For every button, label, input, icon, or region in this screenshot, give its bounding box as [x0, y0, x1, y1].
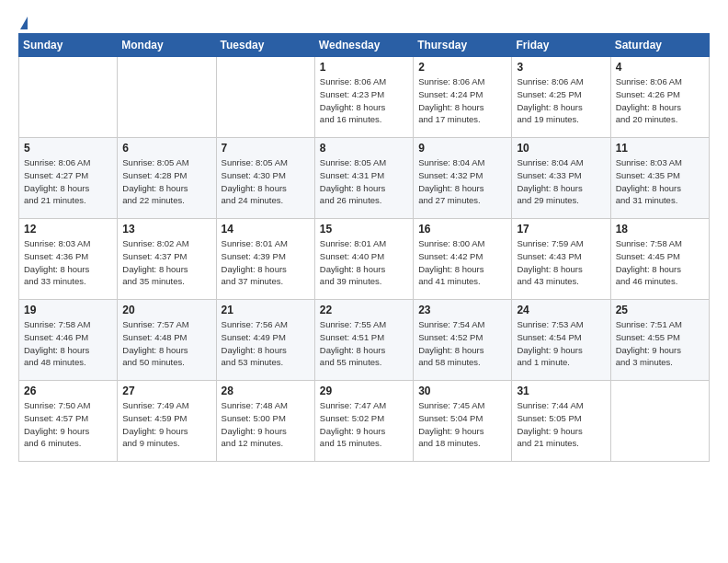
day-info: Sunrise: 7:58 AM Sunset: 4:46 PM Dayligh… [24, 318, 112, 369]
day-number: 6 [122, 142, 210, 155]
day-number: 31 [517, 385, 605, 397]
day-number: 8 [320, 142, 408, 155]
day-info: Sunrise: 8:05 AM Sunset: 4:31 PM Dayligh… [320, 156, 408, 207]
calendar-cell: 5Sunrise: 8:06 AM Sunset: 4:27 PM Daylig… [19, 138, 118, 219]
calendar-cell: 29Sunrise: 7:47 AM Sunset: 5:02 PM Dayli… [314, 381, 413, 462]
calendar-cell: 23Sunrise: 7:54 AM Sunset: 4:52 PM Dayli… [414, 300, 512, 381]
day-header-monday: Monday [118, 34, 216, 57]
day-number: 25 [616, 304, 704, 316]
calendar-cell: 27Sunrise: 7:49 AM Sunset: 4:59 PM Dayli… [118, 381, 216, 462]
calendar-cell: 24Sunrise: 7:53 AM Sunset: 4:54 PM Dayli… [512, 300, 610, 381]
calendar-cell: 28Sunrise: 7:48 AM Sunset: 5:00 PM Dayli… [216, 381, 314, 462]
calendar-cell: 3Sunrise: 8:06 AM Sunset: 4:25 PM Daylig… [512, 57, 610, 138]
day-header-wednesday: Wednesday [314, 34, 413, 57]
day-info: Sunrise: 8:06 AM Sunset: 4:26 PM Dayligh… [616, 75, 704, 126]
calendar-week-row: 1Sunrise: 8:06 AM Sunset: 4:23 PM Daylig… [19, 57, 710, 138]
day-info: Sunrise: 7:49 AM Sunset: 4:59 PM Dayligh… [122, 399, 210, 450]
day-number: 5 [24, 142, 112, 155]
calendar-cell: 6Sunrise: 8:05 AM Sunset: 4:28 PM Daylig… [118, 138, 216, 219]
day-number: 23 [418, 304, 506, 316]
day-number: 28 [222, 385, 310, 397]
page: SundayMondayTuesdayWednesdayThursdayFrid… [0, 0, 728, 563]
calendar-cell: 31Sunrise: 7:44 AM Sunset: 5:05 PM Dayli… [512, 381, 610, 462]
day-info: Sunrise: 8:05 AM Sunset: 4:30 PM Dayligh… [222, 156, 310, 207]
day-number: 3 [517, 61, 605, 74]
day-header-sunday: Sunday [19, 34, 118, 57]
calendar-cell: 12Sunrise: 8:03 AM Sunset: 4:36 PM Dayli… [19, 219, 118, 300]
day-number: 10 [517, 142, 605, 155]
calendar-cell: 22Sunrise: 7:55 AM Sunset: 4:51 PM Dayli… [314, 300, 413, 381]
day-number: 26 [24, 385, 112, 397]
calendar-cell: 18Sunrise: 7:58 AM Sunset: 4:45 PM Dayli… [610, 219, 709, 300]
day-number: 19 [24, 304, 112, 316]
calendar-cell: 15Sunrise: 8:01 AM Sunset: 4:40 PM Dayli… [314, 219, 413, 300]
calendar-cell [610, 381, 709, 462]
day-info: Sunrise: 7:56 AM Sunset: 4:49 PM Dayligh… [222, 318, 310, 369]
calendar-cell: 21Sunrise: 7:56 AM Sunset: 4:49 PM Dayli… [216, 300, 314, 381]
day-number: 9 [418, 142, 506, 155]
day-number: 18 [616, 223, 704, 236]
day-number: 7 [222, 142, 310, 155]
day-info: Sunrise: 7:51 AM Sunset: 4:55 PM Dayligh… [616, 318, 704, 369]
day-number: 15 [320, 223, 408, 236]
calendar-cell [118, 57, 216, 138]
calendar-cell: 2Sunrise: 8:06 AM Sunset: 4:24 PM Daylig… [414, 57, 512, 138]
day-info: Sunrise: 7:47 AM Sunset: 5:02 PM Dayligh… [320, 399, 408, 450]
calendar-week-row: 12Sunrise: 8:03 AM Sunset: 4:36 PM Dayli… [19, 219, 710, 300]
day-number: 4 [616, 61, 704, 74]
day-number: 14 [222, 223, 310, 236]
day-info: Sunrise: 8:06 AM Sunset: 4:24 PM Dayligh… [418, 75, 506, 126]
day-number: 17 [517, 223, 605, 236]
day-info: Sunrise: 8:03 AM Sunset: 4:35 PM Dayligh… [616, 156, 704, 207]
calendar-cell: 16Sunrise: 8:00 AM Sunset: 4:42 PM Dayli… [414, 219, 512, 300]
calendar-cell: 17Sunrise: 7:59 AM Sunset: 4:43 PM Dayli… [512, 219, 610, 300]
day-header-friday: Friday [512, 34, 610, 57]
calendar-week-row: 19Sunrise: 7:58 AM Sunset: 4:46 PM Dayli… [19, 300, 710, 381]
logo [18, 17, 28, 26]
calendar-week-row: 5Sunrise: 8:06 AM Sunset: 4:27 PM Daylig… [19, 138, 710, 219]
calendar-cell: 7Sunrise: 8:05 AM Sunset: 4:30 PM Daylig… [216, 138, 314, 219]
day-info: Sunrise: 7:57 AM Sunset: 4:48 PM Dayligh… [122, 318, 210, 369]
day-number: 13 [122, 223, 210, 236]
day-number: 22 [320, 304, 408, 316]
calendar-cell: 30Sunrise: 7:45 AM Sunset: 5:04 PM Dayli… [414, 381, 512, 462]
calendar-week-row: 26Sunrise: 7:50 AM Sunset: 4:57 PM Dayli… [19, 381, 710, 462]
day-info: Sunrise: 7:48 AM Sunset: 5:00 PM Dayligh… [222, 399, 310, 450]
day-info: Sunrise: 8:04 AM Sunset: 4:33 PM Dayligh… [517, 156, 605, 207]
calendar-cell: 25Sunrise: 7:51 AM Sunset: 4:55 PM Dayli… [610, 300, 709, 381]
calendar-cell: 8Sunrise: 8:05 AM Sunset: 4:31 PM Daylig… [314, 138, 413, 219]
day-number: 21 [222, 304, 310, 316]
day-number: 16 [418, 223, 506, 236]
day-header-thursday: Thursday [414, 34, 512, 57]
day-info: Sunrise: 7:45 AM Sunset: 5:04 PM Dayligh… [418, 399, 506, 450]
day-number: 29 [320, 385, 408, 397]
day-info: Sunrise: 7:55 AM Sunset: 4:51 PM Dayligh… [320, 318, 408, 369]
calendar-cell: 26Sunrise: 7:50 AM Sunset: 4:57 PM Dayli… [19, 381, 118, 462]
day-number: 27 [122, 385, 210, 397]
day-info: Sunrise: 8:04 AM Sunset: 4:32 PM Dayligh… [418, 156, 506, 207]
calendar-cell: 13Sunrise: 8:02 AM Sunset: 4:37 PM Dayli… [118, 219, 216, 300]
day-number: 11 [616, 142, 704, 155]
day-header-tuesday: Tuesday [216, 34, 314, 57]
day-info: Sunrise: 8:06 AM Sunset: 4:25 PM Dayligh… [517, 75, 605, 126]
day-number: 24 [517, 304, 605, 316]
calendar-cell: 14Sunrise: 8:01 AM Sunset: 4:39 PM Dayli… [216, 219, 314, 300]
day-info: Sunrise: 7:50 AM Sunset: 4:57 PM Dayligh… [24, 399, 112, 450]
day-number: 12 [24, 223, 112, 236]
day-info: Sunrise: 7:59 AM Sunset: 4:43 PM Dayligh… [517, 237, 605, 288]
day-number: 1 [320, 61, 408, 74]
header [18, 17, 710, 26]
day-info: Sunrise: 8:06 AM Sunset: 4:23 PM Dayligh… [320, 75, 408, 126]
day-info: Sunrise: 8:06 AM Sunset: 4:27 PM Dayligh… [24, 156, 112, 207]
day-info: Sunrise: 8:03 AM Sunset: 4:36 PM Dayligh… [24, 237, 112, 288]
day-info: Sunrise: 8:01 AM Sunset: 4:39 PM Dayligh… [222, 237, 310, 288]
calendar-cell: 4Sunrise: 8:06 AM Sunset: 4:26 PM Daylig… [610, 57, 709, 138]
day-number: 2 [418, 61, 506, 74]
calendar-cell: 1Sunrise: 8:06 AM Sunset: 4:23 PM Daylig… [314, 57, 413, 138]
day-number: 30 [418, 385, 506, 397]
calendar-header-row: SundayMondayTuesdayWednesdayThursdayFrid… [19, 34, 710, 57]
day-info: Sunrise: 7:58 AM Sunset: 4:45 PM Dayligh… [616, 237, 704, 288]
day-info: Sunrise: 8:01 AM Sunset: 4:40 PM Dayligh… [320, 237, 408, 288]
calendar-cell: 10Sunrise: 8:04 AM Sunset: 4:33 PM Dayli… [512, 138, 610, 219]
day-info: Sunrise: 8:02 AM Sunset: 4:37 PM Dayligh… [122, 237, 210, 288]
